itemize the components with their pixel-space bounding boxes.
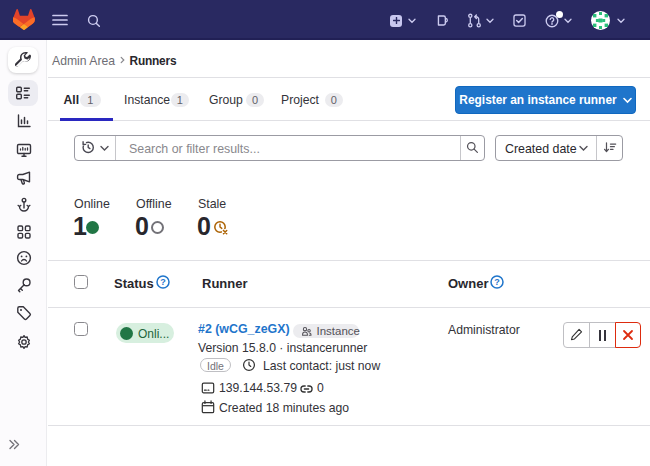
svg-text:?: ? bbox=[160, 277, 166, 287]
svg-text:?: ? bbox=[494, 277, 500, 287]
